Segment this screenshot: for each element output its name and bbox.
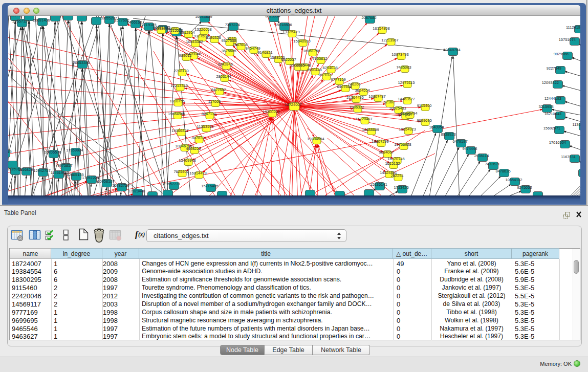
svg-text:18055714: 18055714 [8, 16, 23, 17]
svg-text:4498222: 4498222 [186, 146, 201, 151]
svg-text:6322037: 6322037 [281, 57, 296, 62]
svg-text:10973493: 10973493 [391, 52, 408, 57]
svg-text:16914479: 16914479 [189, 171, 206, 176]
svg-text:7625402: 7625402 [173, 169, 188, 174]
svg-text:15136141: 15136141 [370, 182, 387, 187]
svg-text:12923448: 12923448 [128, 189, 145, 193]
svg-text:1615132: 1615132 [385, 161, 400, 166]
svg-text:21364436: 21364436 [346, 95, 363, 100]
svg-text:8813054: 8813054 [265, 16, 280, 18]
svg-text:113626: 113626 [573, 122, 580, 127]
svg-text:19218506: 19218506 [275, 23, 292, 27]
svg-text:13226058: 13226058 [194, 27, 211, 32]
svg-text:16033809: 16033809 [195, 16, 212, 19]
svg-text:8660124: 8660124 [166, 27, 181, 31]
svg-text:8186328: 8186328 [206, 35, 221, 40]
svg-text:15720407: 15720407 [355, 117, 372, 121]
svg-text:17359924: 17359924 [66, 148, 83, 152]
svg-text:989012: 989012 [179, 53, 191, 58]
svg-text:12213967: 12213967 [381, 38, 398, 42]
svg-text:1733426: 1733426 [394, 185, 408, 190]
svg-text:(x): (x) [138, 231, 145, 238]
svg-text:6497568: 6497568 [337, 84, 352, 89]
svg-text:9227349: 9227349 [547, 66, 561, 71]
svg-text:7357224: 7357224 [225, 23, 239, 27]
svg-text:18807299: 18807299 [372, 139, 388, 144]
svg-text:15751074: 15751074 [559, 37, 576, 42]
svg-text:2616015: 2616015 [8, 149, 12, 154]
svg-text:7638822: 7638822 [153, 26, 167, 31]
svg-text:1145194: 1145194 [51, 170, 66, 175]
svg-text:9115460: 9115460 [417, 103, 432, 108]
svg-text:19654923: 19654923 [399, 127, 416, 132]
svg-text:16120746: 16120746 [387, 157, 404, 161]
svg-text:10807487: 10807487 [368, 94, 385, 99]
svg-text:20053346: 20053346 [73, 60, 90, 65]
svg-text:7986322: 7986322 [349, 105, 364, 110]
svg-text:62160: 62160 [384, 100, 395, 104]
svg-text:12975115: 12975115 [398, 80, 415, 85]
svg-text:2718170: 2718170 [173, 69, 188, 73]
svg-text:19300203: 19300203 [263, 110, 279, 114]
svg-text:14463627: 14463627 [398, 97, 415, 101]
svg-text:17957225: 17957225 [82, 176, 99, 180]
svg-text:1010755: 1010755 [169, 99, 184, 103]
svg-text:18495794: 18495794 [400, 111, 417, 116]
svg-text:10756928: 10756928 [394, 142, 411, 147]
svg-text:8912954: 8912954 [180, 30, 194, 35]
svg-text:10543382: 10543382 [186, 39, 203, 44]
svg-text:16154808: 16154808 [373, 26, 389, 31]
svg-text:9474444: 9474444 [462, 146, 477, 151]
svg-text:9084067: 9084067 [379, 150, 394, 155]
svg-text:10688609: 10688609 [362, 127, 379, 132]
svg-text:12093822: 12093822 [542, 80, 559, 85]
svg-text:1167531: 1167531 [561, 155, 576, 159]
svg-text:13325419: 13325419 [282, 30, 299, 34]
svg-text:10648784: 10648784 [443, 48, 460, 52]
svg-text:117006: 117006 [208, 99, 221, 104]
svg-text:8478636: 8478636 [495, 169, 510, 173]
svg-text:15716485: 15716485 [201, 184, 218, 188]
svg-text:7432621: 7432621 [485, 162, 499, 166]
svg-text:12213383: 12213383 [170, 83, 187, 88]
svg-text:1640954: 1640954 [429, 125, 444, 129]
svg-text:6990448: 6990448 [296, 63, 311, 68]
svg-text:6794028: 6794028 [322, 65, 337, 70]
svg-text:2803144: 2803144 [216, 74, 231, 79]
svg-text:9657771: 9657771 [165, 182, 180, 186]
svg-text:20691406: 20691406 [33, 18, 50, 23]
svg-text:15409948: 15409948 [179, 158, 195, 163]
svg-text:19166827: 19166827 [171, 128, 188, 133]
svg-text:6479197: 6479197 [452, 139, 467, 144]
svg-text:16210643: 16210643 [545, 112, 561, 116]
svg-text:9242848: 9242848 [217, 62, 232, 67]
svg-text:11353594: 11353594 [197, 124, 214, 129]
svg-text:7485063: 7485063 [396, 65, 411, 70]
svg-text:9146821: 9146821 [257, 50, 272, 55]
svg-text:2935114: 2935114 [474, 154, 489, 158]
svg-text:3675685: 3675685 [221, 49, 236, 53]
svg-text:19384554: 19384554 [307, 137, 324, 141]
svg-text:887833: 887833 [191, 136, 204, 140]
svg-text:8938923: 8938923 [441, 132, 455, 137]
svg-text:9699695: 9699695 [417, 118, 431, 123]
svg-text:9245052: 9245052 [517, 185, 532, 190]
svg-text:9990448: 9990448 [307, 68, 321, 72]
svg-text:8267110: 8267110 [202, 112, 216, 116]
svg-text:3624554: 3624554 [355, 88, 369, 93]
svg-text:10654112: 10654112 [506, 178, 522, 182]
svg-text:19654985: 19654985 [168, 112, 185, 116]
svg-text:20206576: 20206576 [44, 150, 61, 155]
svg-text:7955812: 7955812 [312, 56, 327, 61]
svg-text:9829966: 9829966 [554, 52, 569, 56]
svg-text:1621072: 1621072 [318, 73, 333, 77]
svg-text:2087682: 2087682 [361, 16, 376, 20]
svg-text:20557124: 20557124 [12, 19, 29, 24]
svg-text:16782759: 16782759 [112, 183, 129, 188]
svg-text:10025433: 10025433 [389, 106, 406, 111]
svg-text:252254: 252254 [390, 173, 403, 178]
svg-text:12942757: 12942757 [33, 168, 50, 173]
svg-text:18724007: 18724007 [285, 102, 301, 107]
svg-text:15640910: 15640910 [293, 39, 310, 43]
svg-text:12505135: 12505135 [67, 172, 83, 177]
